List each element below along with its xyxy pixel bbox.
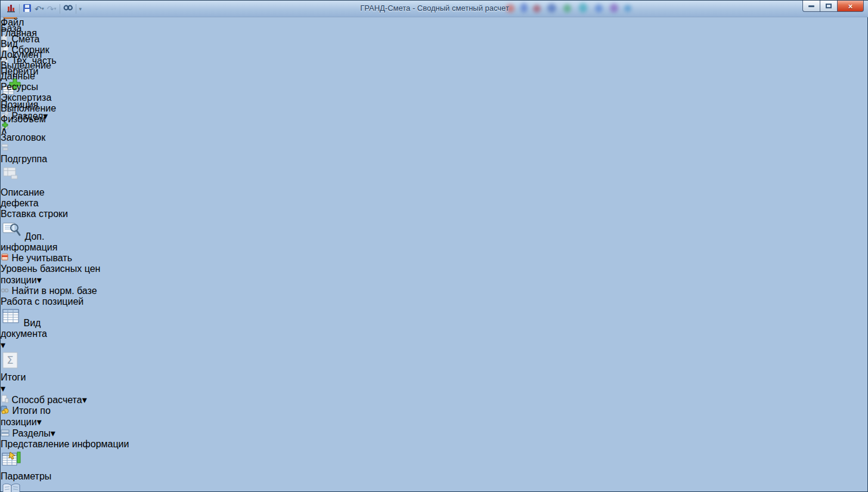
ne-uchityvat-button[interactable]: Не учитывать (1, 253, 120, 264)
razdely-button[interactable]: Разделы▾ (1, 428, 90, 439)
nayti-v-norm-baze-button[interactable]: Найти в норм. базе (1, 286, 120, 296)
ribbon-group-predstavlenie: Вид документа ▾ Σ Итоги▾ Способ расчета▾… (1, 307, 176, 450)
parameters-icon (1, 460, 22, 471)
close-icon: × (848, 2, 853, 11)
tab-vypolnenie[interactable]: Выполнение (1, 103, 868, 114)
title-bar: ↶▾ ↷▾ ▾ ГРАНД-Смета - Сводный сметный ра… (1, 1, 868, 17)
ribbon-group-rabota: Доп. информация Не учитывать Уровень баз… (1, 219, 179, 307)
collapse-ribbon-icon[interactable]: ∧ (1, 125, 8, 135)
dop-informaciya-button[interactable]: Доп. информация (1, 219, 49, 253)
vid-dokumenta-button[interactable]: Вид документа ▾ (1, 307, 42, 351)
podgruppa-button[interactable]: Подгруппа (1, 143, 55, 165)
spravochniki-button[interactable]: Справочники▾ (1, 482, 48, 492)
ne-uchityvat-icon (1, 253, 9, 263)
window-title: ГРАНД-Смета - Сводный сметный расчет (1, 4, 868, 13)
defect-description-icon (1, 177, 21, 187)
ribbon-group-dokument: Параметры Справочники▾ Документ (1, 450, 101, 492)
sections-icon (1, 428, 10, 438)
group-label: Представление информации (1, 439, 176, 450)
tab-dokument[interactable]: Документ (1, 49, 868, 60)
opisanie-defekta-button[interactable]: Описание дефекта (1, 165, 36, 209)
maximize-button[interactable] (820, 1, 837, 12)
coins-icon (1, 406, 10, 416)
tab-vid[interactable]: Вид (1, 39, 868, 49)
group-label: Вставка строки (1, 209, 131, 219)
itogi-po-pozicii-button[interactable]: Итоги по позиции▾ (1, 406, 90, 428)
minimize-icon (808, 5, 814, 7)
ribbon-tab-row: Файл Главная Вид Документ Выделение Данн… (1, 17, 868, 35)
tab-dannye[interactable]: Данные (1, 71, 868, 82)
window-controls: × (802, 1, 864, 12)
group-label: Работа с позицией (1, 296, 179, 307)
info-magnifier-icon (1, 231, 24, 242)
itogi-button[interactable]: Σ Итоги▾ (1, 351, 34, 394)
sposob-rascheta-button[interactable]: Способ расчета▾ (1, 394, 90, 406)
tab-ekspertiza[interactable]: Экспертиза (1, 92, 868, 103)
uroven-bazisnyh-cen-button[interactable]: Уровень базисных цен позиции▾ (1, 264, 120, 286)
totals-sigma-icon: Σ (1, 361, 20, 372)
app-window: ↶▾ ↷▾ ▾ ГРАНД-Смета - Сводный сметный ра… (0, 0, 868, 492)
sposob-rascheta-icon (1, 395, 9, 405)
svg-text:Σ: Σ (7, 354, 13, 366)
find-in-base-icon (1, 286, 9, 296)
minimize-button[interactable] (802, 1, 820, 12)
document-view-icon (1, 318, 23, 328)
tab-resursy[interactable]: Ресурсы (1, 82, 868, 92)
tab-vydelenie[interactable]: Выделение (1, 60, 868, 71)
tab-glavnaya[interactable]: Главная (1, 28, 868, 39)
tab-file[interactable]: Файл (1, 17, 868, 28)
tab-fizobem[interactable]: Физобъем (1, 114, 868, 125)
close-button[interactable]: × (837, 1, 864, 12)
maximize-icon (826, 4, 832, 8)
parametry-button[interactable]: Параметры (1, 450, 46, 482)
podgruppa-icon (1, 143, 9, 153)
